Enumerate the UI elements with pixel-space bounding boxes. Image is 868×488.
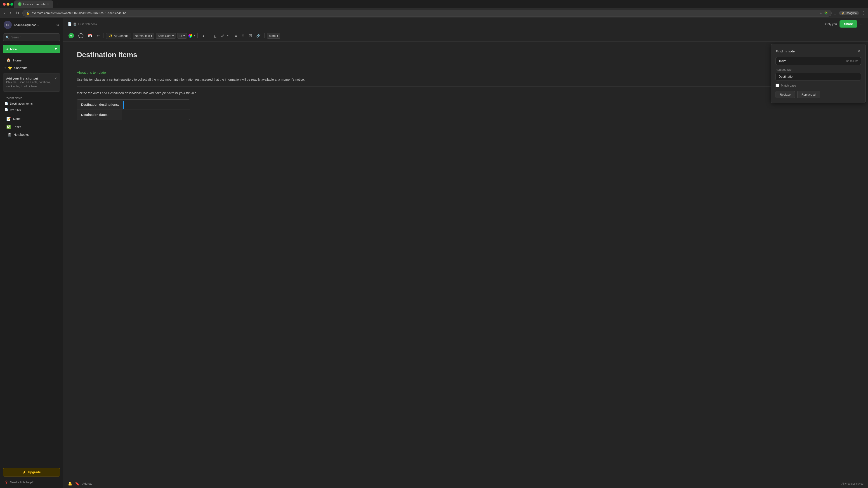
panel-header: Find in note ✕: [776, 48, 861, 54]
help-icon: ❓: [4, 481, 8, 484]
italic-button[interactable]: I: [207, 33, 211, 39]
sidebar-item-tasks[interactable]: ✅ Tasks: [2, 123, 61, 131]
add-tag-button[interactable]: Add tag: [82, 482, 839, 485]
sidebar-header: 6d 6d44f5c4@mood... ⚙: [0, 18, 63, 32]
new-tab-button[interactable]: +: [54, 1, 60, 7]
find-input-group: no results: [776, 57, 861, 65]
share-button[interactable]: Share: [839, 20, 857, 28]
sidebar-bottom: ⚡ Upgrade ❓ Need a little help?: [0, 465, 63, 488]
search-bar[interactable]: 🔍 Search: [3, 33, 60, 41]
chevron-down-icon: ▾: [172, 34, 174, 37]
chevron-right-icon: ›: [4, 133, 5, 136]
upgrade-button[interactable]: ⚡ Upgrade: [3, 468, 60, 477]
note-editor-wrapper: Destination Items About this template Us…: [63, 41, 868, 479]
replace-button[interactable]: Replace: [776, 91, 795, 98]
browser-menu-icon[interactable]: ⋮: [862, 11, 865, 15]
url-text: evernote.com/client/web#/note/8025dbd9-f…: [32, 11, 818, 15]
search-icon: 🔍: [6, 35, 9, 39]
chevron-down-icon: ▾: [183, 34, 185, 37]
numbered-list-button[interactable]: ⊟: [240, 33, 246, 39]
more-options-selector[interactable]: More ▾: [267, 33, 280, 39]
highlight-button[interactable]: 🖊: [219, 33, 226, 39]
recent-notes-title: Recent Notes: [3, 95, 60, 101]
bookmark-icon[interactable]: ☆: [819, 11, 822, 15]
text-cursor: [123, 101, 124, 109]
sidebar-item-home[interactable]: 🏠 Home: [2, 56, 61, 64]
user-name: 6d44f5c4@mood...: [14, 23, 54, 27]
ai-cleanup-button[interactable]: ✨ AI Cleanup: [106, 33, 131, 39]
new-button[interactable]: + New ▾: [3, 45, 60, 53]
table-cell-value[interactable]: [123, 100, 190, 109]
incognito-icon: 🕵️: [841, 11, 845, 15]
highlight-chevron[interactable]: ▾: [227, 34, 228, 37]
gear-icon[interactable]: ⚙: [56, 23, 59, 27]
undo-button[interactable]: ↩: [95, 33, 101, 39]
back-button[interactable]: ‹: [3, 10, 7, 16]
add-content-button[interactable]: +: [67, 32, 75, 39]
toolbar-divider-1: [103, 33, 104, 38]
note-body-text[interactable]: Include the dates and Destination destin…: [77, 91, 855, 95]
calendar-button[interactable]: 📅: [86, 33, 94, 39]
template-link[interactable]: About this template: [77, 70, 855, 74]
shortcuts-close-icon[interactable]: ✕: [54, 76, 57, 80]
split-screen-icon[interactable]: ⊡: [833, 11, 836, 15]
match-case-row: Match case: [776, 84, 861, 87]
checklist-button[interactable]: ☑: [247, 33, 253, 39]
replace-all-button[interactable]: Replace all: [797, 91, 820, 98]
table-cell-label: Destination destinations:: [77, 100, 123, 109]
table-cell-label: Destination dates:: [77, 110, 122, 120]
replace-input[interactable]: [778, 75, 858, 78]
font-size-selector[interactable]: 16 ▾: [177, 33, 187, 39]
address-bar[interactable]: 🔒 evernote.com/client/web#/note/8025dbd9…: [22, 10, 832, 17]
page-title[interactable]: Destination Items: [77, 51, 855, 59]
bookmark-footer-icon[interactable]: 🔖: [75, 482, 80, 486]
bullet-list-button[interactable]: ≡: [233, 33, 239, 39]
breadcrumb: 📄 📓 First Notebook: [68, 22, 97, 26]
window-minimize-btn[interactable]: [6, 3, 9, 6]
link-button[interactable]: 🔗: [255, 33, 262, 39]
refresh-button[interactable]: ↻: [14, 10, 21, 17]
task-check-button[interactable]: ✓: [77, 32, 85, 39]
search-text: Search: [11, 35, 21, 39]
recent-notes-section: Recent Notes 📄 Destination Items 📄 My Fi…: [0, 94, 63, 115]
browser-tab-active[interactable]: E Home - Evernote ✕: [14, 0, 53, 8]
home-icon: 🏠: [6, 58, 11, 62]
incognito-label: Incognito: [846, 11, 857, 15]
shortcuts-label: Shortcuts: [14, 66, 27, 70]
panel-close-button[interactable]: ✕: [858, 48, 861, 54]
notebooks-icon: 📓: [7, 132, 12, 137]
ai-cleanup-label: AI Cleanup: [114, 34, 128, 37]
notebook-name[interactable]: First Notebook: [78, 22, 97, 26]
color-chevron[interactable]: ▾: [194, 34, 195, 37]
sidebar-notebooks-header[interactable]: › 📓 Notebooks: [0, 131, 63, 138]
table-cell-value[interactable]: [122, 110, 190, 120]
lock-icon: 🔒: [26, 11, 30, 15]
format-selector[interactable]: Normal text ▾: [133, 33, 154, 39]
bold-button[interactable]: B: [200, 33, 206, 39]
app-layout: 6d 6d44f5c4@mood... ⚙ 🔍 Search + New ▾: [0, 18, 868, 488]
window-maximize-btn[interactable]: [10, 3, 13, 6]
forward-button[interactable]: ›: [8, 10, 13, 16]
find-input[interactable]: [778, 59, 846, 63]
sidebar-shortcuts-header[interactable]: ▾ ⭐ Shortcuts: [0, 64, 63, 71]
extensions-icon[interactable]: 🧩: [824, 11, 828, 15]
sidebar-item-notes[interactable]: 📝 Notes: [2, 115, 61, 123]
note-footer: 🔔 🔖 Add tag All changes saved: [63, 479, 868, 488]
font-selector[interactable]: Sans Serif ▾: [156, 33, 176, 39]
text-color-button[interactable]: [188, 34, 192, 38]
note-editor[interactable]: Destination Items About this template Us…: [63, 41, 868, 479]
tab-favicon: E: [18, 2, 22, 6]
list-item[interactable]: 📄 Destination Items: [3, 101, 60, 107]
find-replace-panel: Find in note ✕ no results Replace with: [771, 44, 866, 103]
list-item[interactable]: 📄 My Files: [3, 107, 60, 113]
underline-button[interactable]: U: [212, 33, 218, 39]
table-row: Destination destinations:: [77, 100, 190, 110]
replace-input-group: Replace with: [776, 68, 861, 80]
match-case-checkbox[interactable]: [776, 84, 779, 87]
main-content: 📄 📓 First Notebook Only you Share ··· + …: [63, 18, 868, 488]
tab-close-icon[interactable]: ✕: [47, 2, 50, 6]
help-link[interactable]: ❓ Need a little help?: [3, 479, 60, 485]
window-close-btn[interactable]: [3, 3, 6, 6]
bell-icon[interactable]: 🔔: [68, 482, 72, 486]
more-options-icon[interactable]: ···: [860, 22, 864, 26]
